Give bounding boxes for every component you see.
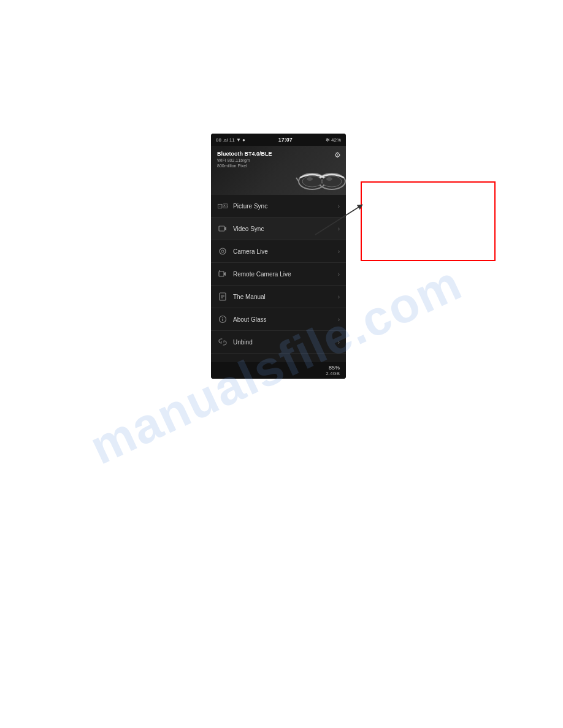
video-sync-arrow: › (338, 226, 340, 232)
svg-point-5 (302, 176, 322, 187)
svg-point-12 (220, 248, 226, 254)
menu-item-camera-live[interactable]: Camera Live › (211, 240, 346, 263)
wifi-info: WIFI 802.11b/g/n (217, 158, 340, 162)
manual-icon (217, 291, 228, 302)
phone-screen: 88 .al 11 ▼ ● 17:07 ✻ 42% Bluetooth BT4.… (211, 134, 346, 379)
video-icon (217, 223, 228, 234)
svg-rect-11 (219, 226, 224, 231)
battery-icon: ✻ 42% (326, 137, 341, 143)
picture-sync-label: Picture Sync (233, 203, 338, 210)
remote-camera-icon (217, 268, 228, 279)
status-left: 88 .al 11 ▼ ● (216, 137, 245, 143)
about-glass-arrow: › (338, 316, 340, 323)
menu-item-about-glass[interactable]: About Glass › (211, 308, 346, 331)
unbind-icon (217, 336, 228, 347)
unbind-label: Unbind (233, 339, 338, 346)
bottom-info-bar: 85% 2.4GB (211, 362, 346, 379)
svg-rect-14 (219, 271, 224, 276)
status-bar: 88 .al 11 ▼ ● 17:07 ✻ 42% (211, 134, 346, 146)
about-glass-label: About Glass (233, 316, 338, 323)
storage-size: 2.4GB (326, 371, 340, 376)
unbind-arrow: › (338, 339, 340, 346)
phone-mockup: 88 .al 11 ▼ ● 17:07 ✻ 42% Bluetooth BT4.… (211, 134, 346, 379)
remote-camera-live-label: Remote Camera Live (233, 271, 338, 278)
svg-point-22 (222, 317, 223, 319)
svg-line-2 (296, 178, 299, 181)
glass-device-image (294, 164, 343, 192)
svg-point-13 (221, 250, 224, 252)
menu-item-remote-camera-live[interactable]: Remote Camera Live › (211, 263, 346, 286)
menu-item-picture-sync[interactable]: Picture Sync › (211, 195, 346, 218)
svg-point-6 (322, 176, 342, 187)
svg-rect-9 (223, 204, 228, 208)
menu-list: Picture Sync › Video Sync › Camera Live … (211, 195, 346, 362)
camera-icon (217, 246, 228, 257)
menu-item-the-manual[interactable]: The Manual › (211, 286, 346, 308)
camera-live-label: Camera Live (233, 248, 338, 255)
picture-icon (217, 200, 228, 211)
signal-icons: 88 .al 11 ▼ ● (216, 137, 245, 143)
video-sync-label: Video Sync (233, 226, 338, 232)
remote-camera-live-arrow: › (338, 271, 340, 278)
status-time: 17:07 (278, 137, 293, 143)
the-manual-arrow: › (338, 294, 340, 300)
svg-point-7 (307, 177, 313, 181)
bluetooth-title: Bluetooth BT4.0/BLE (217, 151, 340, 157)
status-right: ✻ 42% (326, 137, 341, 143)
app-header: Bluetooth BT4.0/BLE WIFI 802.11b/g/n 800… (211, 146, 346, 195)
menu-item-unbind[interactable]: Unbind › (211, 331, 346, 354)
the-manual-label: The Manual (233, 294, 338, 300)
battery-percentage: 85% (329, 365, 340, 371)
picture-sync-arrow: › (338, 203, 340, 210)
annotation-red-box (361, 181, 496, 261)
svg-point-8 (326, 177, 332, 181)
about-icon (217, 314, 228, 325)
settings-icon[interactable]: ⚙ (334, 151, 341, 159)
camera-live-arrow: › (338, 248, 340, 255)
menu-item-video-sync[interactable]: Video Sync › (211, 218, 346, 240)
